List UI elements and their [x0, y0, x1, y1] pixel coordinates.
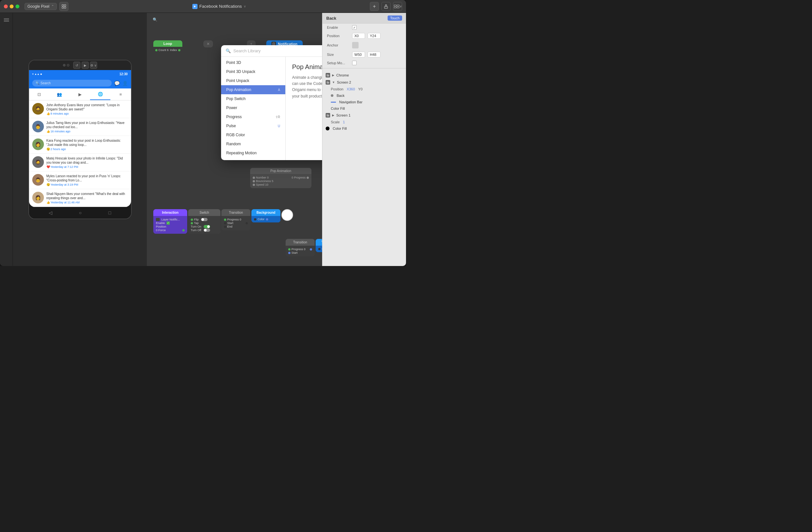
layer-item-back[interactable]: Back: [328, 92, 406, 99]
svg-rect-6: [397, 5, 399, 6]
background-node-header: Background: [251, 209, 280, 216]
right-panel-header: Back Touch: [322, 13, 406, 24]
feed-content: Shali Nguyen likes your comment "What's …: [46, 192, 128, 204]
interaction-node[interactable]: Interaction Layer Notific... Enable ✓ Po…: [153, 209, 187, 234]
size-property-row: Size W50 H48: [322, 50, 406, 59]
library-item-pop-switch[interactable]: Pop Switch: [221, 94, 285, 103]
settings-button[interactable]: ⚙ ∨: [90, 62, 97, 69]
feed-item[interactable]: 👨 Myles Larson reacted to your post in P…: [29, 171, 131, 189]
phone-signal-icons: ▾ ▲▲ ■: [32, 73, 42, 75]
layer-item-color-fill-2[interactable]: Color Fill: [322, 125, 406, 132]
library-item-point-unpack[interactable]: Point Unpack: [221, 76, 285, 85]
library-item-pop-animation[interactable]: Pop Animation A: [221, 85, 285, 94]
share-button[interactable]: [381, 2, 391, 11]
library-item-rgb-color[interactable]: RGB Color: [221, 130, 285, 140]
background-node[interactable]: Background Color: [251, 209, 280, 222]
refresh-button[interactable]: ↺: [73, 62, 81, 69]
feed-text: Myles Larson reacted to your post in Pus…: [46, 174, 128, 182]
layer-item-nav-bar[interactable]: Navigation Bar: [328, 99, 406, 105]
layout-icon[interactable]: [59, 2, 69, 11]
library-item-pulse[interactable]: Pulse U: [221, 121, 285, 130]
position-property-label: Position: [331, 87, 343, 91]
flip-toggle[interactable]: [201, 218, 207, 221]
position-x-value[interactable]: X0: [352, 33, 365, 39]
feed-item[interactable]: 👨 Julius Tarng likes your post in Loop E…: [29, 118, 131, 136]
anchor-control[interactable]: [352, 42, 359, 48]
view-toggle-button[interactable]: ∨: [393, 2, 402, 11]
library-item-repeating-motion[interactable]: Repeating Motion: [221, 148, 285, 158]
speed-dot: [253, 184, 255, 186]
messenger-icon[interactable]: 💬: [114, 81, 120, 86]
recent-nav-button[interactable]: □: [108, 210, 111, 215]
position-y-value[interactable]: Y24: [367, 33, 380, 39]
transition-node-1[interactable]: Transition Progress 0 Start: [221, 209, 250, 230]
enable-checkbox[interactable]: ✓: [352, 25, 357, 30]
layer-tree: ▶ Chrome ▼ Screen 2 Position X360 Y0: [322, 70, 406, 134]
feed-item[interactable]: 🧔 John Anthony Evans likes your comment:…: [29, 100, 131, 118]
nav-home[interactable]: ⊡: [29, 88, 49, 100]
nav-friends[interactable]: 👥: [49, 88, 70, 100]
feed-item[interactable]: 🧔 Matej Hrescak loves your photo in Infi…: [29, 154, 131, 171]
layer-item-screen2[interactable]: ▼ Screen 2: [322, 79, 406, 86]
transition-node-2-body: Progress 0 Start: [286, 246, 315, 256]
layer-item-color-fill-1[interactable]: Color Fill: [328, 105, 406, 112]
feed-item[interactable]: 👩 Kara Fong reacted to your post in Loop…: [29, 136, 131, 154]
feed-time: 👍 Yesterday at 11:46 AM: [46, 201, 128, 204]
scale-value: 1: [343, 120, 345, 124]
search-icon: 🔍: [153, 17, 158, 22]
library-item-point3d[interactable]: Point 3D: [221, 58, 285, 67]
library-item-point3d-unpack[interactable]: Point 3D Unpack: [221, 67, 285, 76]
feed-item[interactable]: 👩 Shali Nguyen likes your comment "What'…: [29, 189, 131, 207]
nav-globe[interactable]: 🌐: [90, 88, 111, 100]
start2-dot: [288, 252, 290, 254]
add-button[interactable]: +: [370, 2, 379, 11]
timestamp-text-node[interactable]: Timestamp Text Color: [316, 239, 322, 252]
close-button[interactable]: [4, 4, 8, 9]
library-search-icon: 🔍: [226, 48, 231, 53]
switch-node[interactable]: Switch Flip Tap Turn On: [188, 209, 220, 234]
size-h-value[interactable]: H48: [367, 52, 380, 57]
layer-item-scale[interactable]: Scale 1: [328, 119, 406, 125]
back-label: Back: [337, 94, 344, 98]
friend-request-icon[interactable]: 👤: [122, 81, 128, 86]
number-dot: [253, 176, 255, 179]
layer-item-position[interactable]: Position X360 Y0: [328, 86, 406, 92]
nav-menu[interactable]: ≡: [111, 88, 131, 100]
bounciness-dot: [253, 180, 255, 182]
library-item-random[interactable]: Random: [221, 140, 285, 148]
library-item-power[interactable]: Power: [221, 103, 285, 112]
pop-animation-node-header: Pop Animation: [250, 168, 311, 174]
canvas-area[interactable]: 🔍 Loop Count 6 Index: [147, 13, 322, 266]
transition-node-2[interactable]: Transition Progress 0 Start: [286, 239, 315, 256]
library-item-repeating-pulse[interactable]: Repeating Pulse: [221, 158, 285, 160]
turn-off-toggle[interactable]: [204, 229, 210, 232]
size-w-value[interactable]: W50: [352, 52, 365, 57]
end-port: End: [224, 225, 248, 228]
flip-port: Flip: [191, 218, 218, 221]
nav-video[interactable]: ▶: [70, 88, 90, 100]
library-item-progress[interactable]: Progress ⇧R: [221, 112, 285, 121]
layer-item-chrome[interactable]: ▶ Chrome: [322, 72, 406, 79]
device-selector[interactable]: Google Pixel ⌃: [25, 3, 57, 10]
fb-search-bar[interactable]: 🔍 Search: [32, 80, 112, 87]
title-chevron-icon: ∨: [244, 4, 246, 8]
chevron-down-icon: ⌃: [51, 4, 54, 8]
loop-node[interactable]: Loop Count 6 Index: [153, 40, 182, 53]
home-nav-button[interactable]: ○: [79, 210, 82, 215]
layer-item-screen1[interactable]: ▶ Screen 1: [322, 112, 406, 119]
pop-animation-node[interactable]: Pop Animation Number 0 0 Progress Bounci…: [250, 168, 311, 188]
turn-on-toggle[interactable]: [204, 225, 210, 228]
fullscreen-button[interactable]: [15, 4, 19, 9]
position-x-display: X360: [347, 87, 355, 91]
menu-icon[interactable]: [3, 16, 10, 24]
svg-rect-1: [64, 4, 66, 6]
minimize-button[interactable]: [10, 4, 14, 9]
setup-checkbox[interactable]: [352, 61, 357, 65]
camera-button[interactable]: ▶: [82, 62, 89, 69]
feed-content: John Anthony Evans likes your comment: "…: [46, 103, 128, 115]
folder-icon-3: [325, 113, 330, 117]
main-area: ↺ ▶ ⚙ ∨ ▾ ▲▲ ■ 12:30: [0, 13, 406, 266]
title-bar: Google Pixel ⌃ Facebook Notifications ∨ …: [0, 0, 406, 13]
back-nav-button[interactable]: ◁: [49, 210, 52, 215]
folder-icon: [325, 73, 330, 77]
